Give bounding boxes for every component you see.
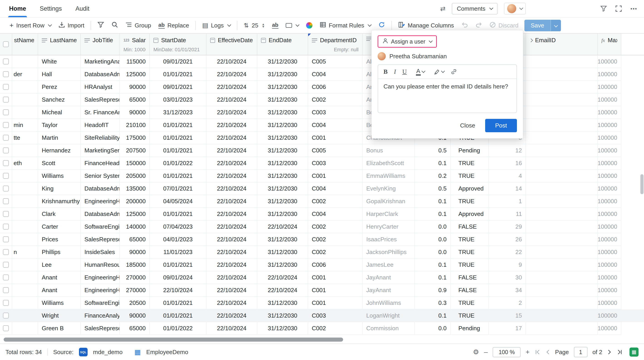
cell-emailId[interactable] [526,94,598,106]
cell-emailId[interactable] [526,170,598,182]
cell-emailId[interactable] [526,144,598,157]
cell-emailId[interactable] [526,233,598,246]
cell-status[interactable]: TRUE [451,246,489,258]
cell-userName[interactable]: JayAnant [362,284,415,297]
cell-firstName[interactable] [12,94,38,106]
cell-firstName[interactable] [12,208,38,220]
row-checkbox[interactable] [3,287,9,293]
zoom-out-button[interactable]: – [484,349,488,356]
cell-count[interactable]: 9 [489,258,526,271]
cell-salary[interactable]: 125000 [120,208,150,220]
source-database-name[interactable]: mde_demo [93,349,122,356]
expand-columns-icon[interactable] [530,38,533,42]
column-header-firstName[interactable]: stName [12,34,38,55]
cell-effectiveDate[interactable]: 22/10/2024 [206,68,257,81]
cell-status[interactable]: Approved [451,208,489,220]
cell-lastName[interactable]: Taylor [38,119,81,132]
cell-firstName[interactable] [12,310,38,322]
cell-max[interactable]: 100000 [598,170,621,182]
cell-departmentId[interactable]: C002 [308,322,362,335]
cell-lastName[interactable]: Green B [38,322,81,335]
cell-jobTitle[interactable]: SalesReprese [81,322,120,335]
cell-firstName[interactable] [12,81,38,94]
cell-firstName[interactable] [12,55,38,68]
cell-departmentId[interactable]: C003 [308,106,362,119]
cell-endDate[interactable]: 31/12/2030 [257,68,308,81]
cell-startDate[interactable]: 09/01/2021 [150,81,206,94]
cell-lastName[interactable]: Martin [38,132,81,144]
cell-jobTitle[interactable]: HeadofIT [81,119,120,132]
cell-emailId[interactable] [526,81,598,94]
cell-jobTitle[interactable]: SalesReprese [81,233,120,246]
column-header-jobTitle[interactable]: JobTitle [81,34,120,55]
filter-button[interactable] [94,20,107,31]
cell-emailId[interactable] [526,322,598,335]
cell-userName[interactable]: JohnWilliams [362,297,415,310]
cell-departmentId[interactable]: C001 [308,132,362,144]
post-button[interactable]: Post [485,119,517,132]
cell-endDate[interactable]: 31/12/2030 [257,310,308,322]
cell-firstName[interactable] [12,106,38,119]
cell-count[interactable]: 16 [489,157,526,170]
cell-count[interactable]: 1 [489,195,526,208]
cell-status[interactable]: Approved [451,182,489,195]
cell-lastName[interactable]: Clark [38,208,81,220]
column-header-startDate[interactable]: StartDateMinDate: 01/01/2021 [150,34,206,55]
cell-startDate[interactable]: 09/01/2021 [150,55,206,68]
column-header-effectiveDate[interactable]: EffectiveDate [206,34,257,55]
cell-jobTitle[interactable]: SalesReprese [81,94,120,106]
page-size-value[interactable]: 25 [252,22,259,29]
cell-departmentId[interactable]: C002 [308,195,362,208]
cell-userName[interactable]: JayAnant [362,271,415,284]
cell-lastName[interactable]: Scott [38,157,81,170]
cell-rate[interactable]: 0.3 [415,297,451,310]
search-button[interactable] [108,20,122,32]
cell-effectiveDate[interactable]: 22/10/2024 [206,322,257,335]
cell-jobTitle[interactable]: HRAnalyst [81,81,120,94]
cell-startDate[interactable]: 09/01/2024 [150,271,206,284]
cell-emailId[interactable] [526,157,598,170]
cell-emailId[interactable] [526,182,598,195]
cell-jobTitle[interactable]: EngineeringH [81,284,120,297]
cell-userName[interactable]: ElizabethScott [362,157,415,170]
cell-firstName[interactable] [12,258,38,271]
tab-home[interactable]: Home [8,0,27,17]
cell-effectiveDate[interactable]: 22/10/2024 [206,208,257,220]
cell-firstName[interactable] [12,195,38,208]
cell-max[interactable]: 100000 [598,68,621,81]
cell-emailId[interactable] [526,106,598,119]
cell-firstName[interactable]: min [12,119,38,132]
cell-salary[interactable]: 150000 [120,157,150,170]
cell-startDate[interactable]: 01/01/2021 [150,297,206,310]
cell-endDate[interactable]: 31/12/2030 [257,258,308,271]
cell-firstName[interactable] [12,170,38,182]
cell-startDate[interactable]: 01/01/2021 [150,119,206,132]
cell-shape-button[interactable] [282,21,302,30]
cell-jobTitle[interactable]: DatabaseAdm [81,208,120,220]
cell-emailId[interactable] [526,258,598,271]
cell-effectiveDate[interactable]: 22/10/2024 [206,55,257,68]
cell-startDate[interactable]: 01/01/2021 [150,68,206,81]
more-options-icon[interactable]: ⋯ [630,5,638,13]
cell-userName[interactable]: Bonus [362,144,415,157]
cell-rate[interactable]: 0.1 [415,208,451,220]
cell-status[interactable]: Pending [451,322,489,335]
manage-columns-button[interactable]: Manage Columns [395,20,457,31]
cell-status[interactable]: Pending [451,144,489,157]
cell-lastName[interactable]: King [38,182,81,195]
insert-row-button[interactable]: + Insert Row [6,20,54,31]
row-checkbox[interactable] [3,148,9,153]
cell-salary[interactable]: 125000 [120,68,150,81]
cell-departmentId[interactable]: C006 [308,81,362,94]
color-palette-button[interactable] [303,20,316,30]
cell-lastName[interactable]: Lee [38,258,81,271]
save-button[interactable]: Save [524,20,550,31]
cell-max[interactable]: 100000 [598,182,621,195]
logs-button[interactable]: ▤ Logs [199,20,234,31]
cell-emailId[interactable] [526,284,598,297]
cell-departmentId[interactable]: C003 [308,310,362,322]
close-button[interactable]: Close [453,119,482,132]
cell-max[interactable]: 100000 [598,310,621,322]
cell-rate[interactable]: 0.2 [415,170,451,182]
cell-firstName[interactable]: der [12,68,38,81]
